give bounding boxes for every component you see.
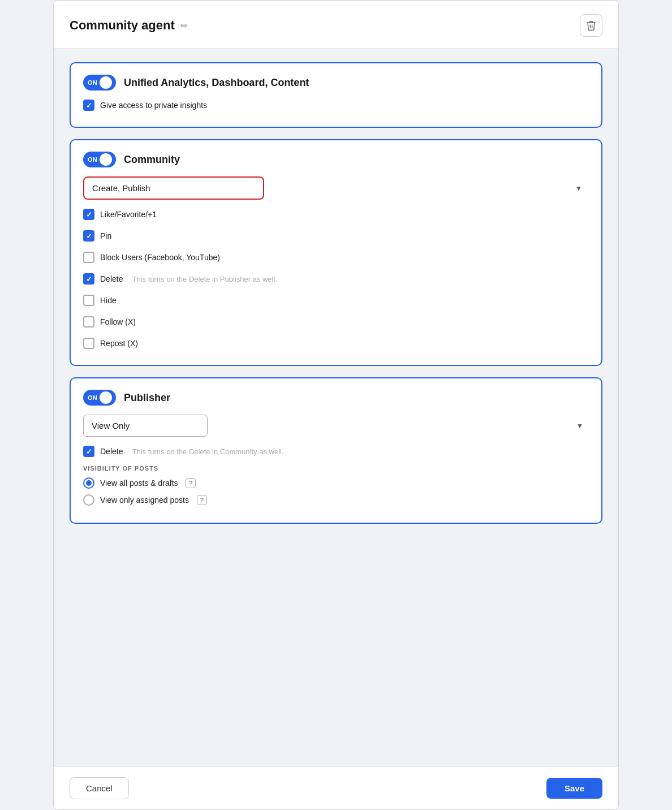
delete-publisher-row: ✓ Delete This turns on the Delete in Com… [83,446,589,457]
assigned-posts-label: View only assigned posts [100,496,189,505]
community-header: ON Community [83,152,589,167]
assigned-posts-radio-row: View only assigned posts ? [83,494,589,506]
page-footer: Cancel Save [54,766,618,809]
delete-community-checkbox[interactable]: ✓ [83,273,94,285]
delete-community-sublabel: This turns on the Delete in Publisher as… [132,275,277,283]
save-button[interactable]: Save [546,778,602,799]
follow-x-label: Follow (X) [100,317,136,326]
assigned-posts-help-icon[interactable]: ? [197,495,207,505]
repost-x-label: Repost (X) [100,339,138,348]
follow-x-checkbox[interactable] [83,316,94,328]
delete-publisher-label: Delete [100,447,123,456]
pin-row: ✓ Pin [83,230,589,242]
delete-publisher-checkbox[interactable]: ✓ [83,446,94,457]
publisher-dropdown[interactable]: View Only Create, Publish Moderate [83,415,208,437]
block-label: Block Users (Facebook, YouTube) [100,253,220,262]
all-posts-radio-inner [86,480,92,486]
repost-x-row: Repost (X) [83,338,589,349]
toggle-knob [100,76,112,89]
hide-checkbox[interactable] [83,295,94,306]
analytics-section: ON Unified Analytics, Dashboard, Content… [70,62,602,128]
publisher-header: ON Publisher [83,390,589,406]
like-label: Like/Favorite/+1 [100,210,157,219]
all-posts-radio[interactable] [83,477,94,489]
all-posts-help-icon[interactable]: ? [186,478,196,488]
publisher-section: ON Publisher View Only Create, Publish M… [70,377,602,524]
repost-x-checkbox[interactable] [83,338,94,349]
publisher-toggle[interactable]: ON [83,390,116,406]
analytics-title: Unified Analytics, Dashboard, Content [124,77,309,89]
page-container: Community agent ✏ ON Unified Analytics, … [53,0,619,810]
community-title: Community [124,154,180,166]
delete-publisher-sublabel: This turns on the Delete in Community as… [132,447,283,456]
assigned-posts-radio[interactable] [83,494,94,506]
community-dropdown-wrapper: Create, Publish View Only Moderate ▼ [83,176,589,200]
community-dropdown[interactable]: Create, Publish View Only Moderate [83,176,264,200]
visibility-label: VISIBILITY OF POSTS [83,465,589,472]
edit-icon[interactable]: ✏ [180,20,188,31]
community-options: ✓ Like/Favorite/+1 ✓ Pin Block Users (Fa… [83,209,589,354]
delete-community-row: ✓ Delete This turns on the Delete in Pub… [83,273,589,285]
private-insights-checkbox[interactable]: ✓ [83,100,94,111]
like-row: ✓ Like/Favorite/+1 [83,209,589,220]
block-row: Block Users (Facebook, YouTube) [83,252,589,263]
toggle-knob [100,153,112,166]
like-checkbox[interactable]: ✓ [83,209,94,220]
block-checkbox[interactable] [83,252,94,263]
delete-community-label: Delete [100,274,123,283]
hide-label: Hide [100,296,117,305]
private-insights-label: Give access to private insights [100,101,207,110]
pin-label: Pin [100,231,111,240]
title-row: Community agent ✏ [70,18,188,33]
delete-icon-button[interactable] [580,14,602,37]
cancel-button[interactable]: Cancel [70,777,129,799]
analytics-toggle[interactable]: ON [83,75,116,91]
community-section: ON Community Create, Publish View Only M… [70,139,602,366]
hide-row: Hide [83,295,589,306]
all-posts-radio-row: View all posts & drafts ? [83,477,589,489]
publisher-title: Publisher [124,392,170,404]
page-content: ON Unified Analytics, Dashboard, Content… [54,49,618,766]
publisher-dropdown-wrapper: View Only Create, Publish Moderate ▼ [83,415,589,437]
page-title: Community agent [70,18,175,33]
publisher-dropdown-arrow-icon: ▼ [576,422,583,430]
private-insights-row: ✓ Give access to private insights [83,100,589,111]
community-toggle[interactable]: ON [83,152,116,167]
pin-checkbox[interactable]: ✓ [83,230,94,242]
page-header: Community agent ✏ [54,1,618,49]
analytics-header: ON Unified Analytics, Dashboard, Content [83,75,589,91]
all-posts-label: View all posts & drafts [100,479,178,488]
follow-x-row: Follow (X) [83,316,589,328]
toggle-knob [100,391,112,404]
dropdown-arrow-icon: ▼ [575,184,582,192]
